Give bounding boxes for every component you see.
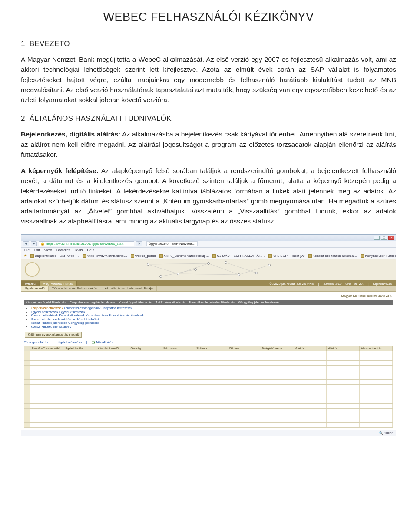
column-header[interactable]: Dátum: [228, 346, 261, 351]
table-cell: [30, 418, 63, 422]
sap-main-tabs: Webec Régi Webec indítás Üdvözöljük: Gul…: [21, 280, 396, 286]
browser-tab[interactable]: Ügyletkezelő - SAP NetWea…: [146, 241, 198, 246]
table-row[interactable]: [24, 404, 393, 409]
query-link-row: Egyéni befizetések Egyéni kifizetések: [31, 310, 393, 314]
menu-help[interactable]: Help: [87, 249, 94, 252]
favorite-icon: [30, 254, 34, 258]
table-cell: [129, 413, 162, 418]
sap-banner: [21, 259, 396, 280]
query-link[interactable]: Konszi készlet ellenőrzések: [31, 325, 71, 329]
table-row[interactable]: [24, 389, 393, 394]
query-link-row: Konszi készlet ellenőrzések: [31, 325, 393, 329]
table-cell: [228, 394, 261, 399]
table-cell: [63, 418, 96, 422]
favorite-link[interactable]: Konyhabútor Fürdőszoba…: [361, 254, 396, 258]
table-row[interactable]: [24, 399, 393, 404]
tab-webec[interactable]: Webec: [21, 281, 40, 286]
zoom-indicator[interactable]: 🔍 100%: [379, 432, 393, 435]
table-row[interactable]: [24, 370, 393, 375]
strip-action[interactable]: Konszi ügylet létrehozás: [119, 301, 152, 304]
column-header[interactable]: Wágáltó neve: [261, 346, 294, 351]
favorites-star-icon[interactable]: ★: [24, 254, 27, 258]
favorite-icon: [83, 254, 86, 258]
table-cell: [24, 413, 30, 418]
table-cell: [360, 356, 393, 360]
column-header[interactable]: Ügylet indító: [63, 346, 96, 351]
browser-status-bar: 🔍 100%: [21, 430, 396, 436]
favorite-link[interactable]: Készlet ellenőrzés alkalma…: [308, 254, 357, 258]
table-cell: [30, 413, 63, 418]
kriterium-button[interactable]: Kritérium-gyorskarbantartás megnit: [25, 332, 82, 338]
table-row[interactable]: [24, 351, 393, 356]
menu-tools[interactable]: Tools: [75, 249, 83, 252]
table-row[interactable]: [24, 366, 393, 370]
table-row[interactable]: [24, 413, 393, 418]
table-cell: [327, 356, 360, 360]
menu-view[interactable]: View: [44, 249, 52, 252]
table-row[interactable]: [24, 409, 393, 413]
table-cell: [195, 409, 228, 413]
column-header[interactable]: Pénznem: [162, 346, 195, 351]
favorite-link[interactable]: KPL-BCP – Teszt jv0: [268, 254, 305, 258]
action-ugylet-masolasa[interactable]: Ügylet másolása: [58, 341, 82, 344]
table-cell: [360, 404, 393, 408]
table-cell: [195, 399, 228, 403]
table-cell: [24, 351, 30, 356]
menu-edit[interactable]: Edit: [34, 249, 40, 252]
strip-action[interactable]: Göngyöleg jelentés létrehozás: [238, 301, 279, 304]
column-header[interactable]: [24, 346, 30, 351]
window-close-button[interactable]: ✕: [388, 236, 394, 240]
favorite-link[interactable]: Bejelentkezés - SAP Web …: [30, 254, 79, 258]
table-row[interactable]: [24, 423, 393, 428]
browser-url-field[interactable]: 🔒 https://swdvm.mnb.hu:51001/irj/portal/…: [39, 241, 134, 246]
action-aktualizalas[interactable]: Aktualizálás: [91, 341, 113, 344]
menu-favorites[interactable]: Favorites: [56, 249, 70, 252]
column-header[interactable]: Státusz: [195, 346, 228, 351]
favorite-link[interactable]: XKPL_Commonszeketibiúj …: [159, 254, 209, 258]
action-tomeges-alairas[interactable]: Tömeges aláírás: [24, 341, 48, 344]
column-header[interactable]: Készlet kezelő: [96, 346, 129, 351]
table-cell: [24, 394, 30, 399]
table-cell: [195, 404, 228, 408]
strip-action[interactable]: Szállítmány létrehozás: [155, 301, 185, 304]
table-cell: [327, 375, 360, 379]
favorite-link[interactable]: webec_portál: [131, 254, 156, 258]
browser-back-button[interactable]: ◄: [23, 241, 29, 246]
column-header[interactable]: Aláíró: [327, 346, 360, 351]
table-cell: [129, 389, 162, 394]
strip-action[interactable]: Konszi készlet jelentés létrehozás: [189, 301, 235, 304]
column-header[interactable]: Ország: [129, 346, 162, 351]
table-row[interactable]: [24, 380, 393, 385]
query-link-row: Konszi készlet leadások Konszi készlet f…: [31, 318, 393, 321]
browser-refresh-button[interactable]: ⟳: [136, 241, 142, 246]
table-cell: [261, 423, 294, 427]
strip-action[interactable]: Készpénzes ügylet létrehozás: [26, 301, 66, 304]
table-cell: [195, 418, 228, 422]
table-cell: [129, 361, 162, 365]
favorite-link[interactable]: ÚJ MÁV – EUR RAKLAP ÁR…: [212, 254, 265, 258]
table-cell: [30, 423, 63, 427]
table-row[interactable]: [24, 375, 393, 380]
table-row[interactable]: [24, 361, 393, 366]
column-header[interactable]: Belső eC azonosító: [30, 346, 63, 351]
window-maximize-button[interactable]: ☐: [381, 236, 387, 240]
table-cell: [30, 409, 63, 413]
table-row[interactable]: [24, 385, 393, 389]
strip-action[interactable]: Csoportos csomagolás létrehozás: [70, 301, 115, 304]
browser-forward-button[interactable]: ►: [31, 241, 37, 246]
column-header[interactable]: Visszautasítás: [360, 346, 393, 351]
subtab-keszletek[interactable]: Aktuális konszi készletek listája: [101, 286, 157, 291]
window-minimize-button[interactable]: –: [374, 236, 380, 240]
menu-file[interactable]: File: [24, 249, 30, 252]
table-cell: [96, 413, 129, 418]
table-row[interactable]: [24, 394, 393, 399]
subtab-ugyletkezelo[interactable]: Ügyletkezelő: [21, 286, 49, 291]
table-cell: [24, 409, 30, 413]
tab-regi-webec[interactable]: Régi Webec indítás: [40, 281, 77, 286]
sap-logout-link[interactable]: Kijelentkezés: [373, 282, 392, 286]
favorite-link[interactable]: https--swdvm.mnb.hu45…: [83, 254, 127, 258]
subtab-torzsadatok[interactable]: Törzsadatok és Felhasználók: [49, 286, 101, 291]
column-header[interactable]: Aláíró: [294, 346, 327, 351]
table-row[interactable]: [24, 418, 393, 423]
table-row[interactable]: [24, 356, 393, 361]
